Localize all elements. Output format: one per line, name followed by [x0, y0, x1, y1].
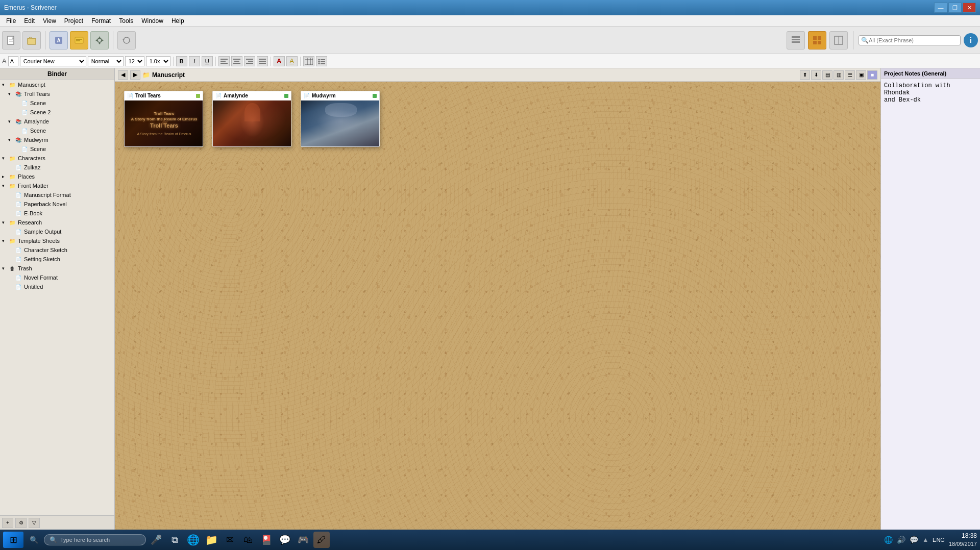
index-card-amalynde[interactable]: 📄 Amalynde: [212, 91, 291, 147]
view-ctrl-4[interactable]: ▥: [834, 70, 844, 80]
sidebar-item-template-sheets[interactable]: ▾ 📁 Template Sheets: [0, 236, 114, 245]
compile-button[interactable]: A: [50, 31, 68, 49]
binder-tree: ▾ 📁 Manuscript ▾ 📚 Troll Tears 📄 Scene 📄…: [0, 80, 114, 515]
view-mode-3-button[interactable]: [829, 31, 848, 49]
view-ctrl-6[interactable]: ▣: [856, 70, 866, 80]
settings-button[interactable]: [90, 31, 109, 49]
menu-window[interactable]: Window: [137, 16, 167, 26]
sync-button[interactable]: [117, 31, 136, 49]
menu-edit[interactable]: Edit: [20, 16, 39, 26]
sidebar-item-characters[interactable]: ▾ 📁 Characters: [0, 154, 114, 163]
paragraph-style-select[interactable]: Normal: [88, 56, 124, 66]
minimize-button[interactable]: —: [934, 3, 947, 13]
text-color-button[interactable]: A: [274, 56, 285, 66]
index-card-mudwyrm[interactable]: 📄 Mudwyrm: [301, 91, 380, 147]
font-size-select[interactable]: 12: [125, 56, 144, 66]
binder-settings-button[interactable]: ⚙: [15, 518, 27, 528]
sidebar-item-sample-output[interactable]: 📄 Sample Output: [0, 227, 114, 236]
menu-view[interactable]: View: [39, 16, 60, 26]
word-count-button[interactable]: [70, 31, 88, 49]
sidebar-item-scene-2[interactable]: 📄 Scene 2: [0, 108, 114, 117]
sidebar-item-novel-format[interactable]: 📄 Novel Format: [0, 273, 114, 282]
menu-file[interactable]: File: [2, 16, 20, 26]
taskbar-cortana-icon[interactable]: 🎤: [148, 532, 164, 548]
main-area: Binder ▾ 📁 Manuscript ▾ 📚 Troll Tears 📄 …: [0, 68, 980, 530]
sidebar-item-paperback-novel[interactable]: 📄 Paperback Novel: [0, 199, 114, 209]
start-button[interactable]: ⊞: [3, 532, 23, 548]
taskbar-clock[interactable]: 18:38 18/09/2017: [949, 532, 977, 548]
sidebar-item-scene-1[interactable]: 📄 Scene: [0, 98, 114, 108]
sidebar-item-mudwyrm[interactable]: ▾ 📚 Mudwyrm: [0, 135, 114, 144]
list-button[interactable]: [316, 56, 327, 66]
taskbar-task-view-icon[interactable]: ⧉: [166, 532, 183, 548]
binder-filter-button[interactable]: ▽: [29, 518, 40, 528]
justify-button[interactable]: [257, 56, 268, 66]
sidebar-item-troll-tears[interactable]: ▾ 📚 Troll Tears: [0, 89, 114, 98]
taskbar-skype-icon[interactable]: 💬: [277, 532, 293, 548]
amalynde-cover-art: [213, 101, 291, 146]
line-spacing-select[interactable]: 1.0x: [146, 56, 170, 66]
view-mode-2-button[interactable]: [808, 31, 826, 49]
sidebar-item-label: Setting Sketch: [24, 256, 60, 262]
sidebar-item-manuscript-format[interactable]: 📄 Manuscript Format: [0, 190, 114, 199]
sidebar-item-e-book[interactable]: 📄 E-Book: [0, 209, 114, 218]
view-ctrl-7[interactable]: ■: [867, 70, 877, 80]
taskbar-edge-icon[interactable]: 🌐: [185, 532, 201, 548]
menu-tools[interactable]: Tools: [115, 16, 137, 26]
view-ctrl-5[interactable]: ☰: [845, 70, 855, 80]
nav-back-button[interactable]: ◀: [118, 70, 128, 80]
search-input[interactable]: [869, 37, 950, 43]
view-ctrl-3[interactable]: ▤: [822, 70, 832, 80]
underline-button[interactable]: U: [202, 56, 213, 66]
view-ctrl-1[interactable]: ⬆: [800, 70, 810, 80]
open-project-button[interactable]: [22, 31, 41, 49]
view-ctrl-2[interactable]: ⬇: [811, 70, 821, 80]
sidebar-item-front-matter[interactable]: ▾ 📁 Front Matter: [0, 181, 114, 190]
align-center-button[interactable]: [231, 56, 242, 66]
sidebar-item-manuscript[interactable]: ▾ 📁 Manuscript: [0, 80, 114, 89]
bold-button[interactable]: B: [176, 56, 187, 66]
taskbar-action-center-icon[interactable]: 💬: [910, 536, 918, 544]
project-notes-content[interactable]: Collaboration with Rhondak and Bex-dk: [881, 79, 980, 530]
sidebar-item-character-sketch[interactable]: 📄 Character Sketch: [0, 245, 114, 255]
sidebar-item-trash[interactable]: ▾ 🗑 Trash: [0, 264, 114, 273]
highlight-button[interactable]: A: [286, 56, 298, 66]
sidebar-item-amalynde[interactable]: ▾ 📚 Amalynde: [0, 117, 114, 126]
taskbar-store-icon[interactable]: 🛍: [240, 532, 256, 548]
sidebar-item-untitled[interactable]: 📄 Untitled: [0, 282, 114, 291]
menu-format[interactable]: Format: [87, 16, 115, 26]
align-left-button[interactable]: [218, 56, 230, 66]
menu-project[interactable]: Project: [60, 16, 87, 26]
sidebar-item-research[interactable]: ▾ 📁 Research: [0, 218, 114, 227]
sidebar-item-scene-4[interactable]: 📄 Scene: [0, 144, 114, 154]
close-button[interactable]: ✕: [963, 3, 976, 13]
nav-forward-button[interactable]: ▶: [130, 70, 140, 80]
menu-help[interactable]: Help: [167, 16, 188, 26]
font-family-select[interactable]: Courier New: [20, 56, 86, 66]
taskbar-explorer-icon[interactable]: 📁: [203, 532, 219, 548]
format-font-size-mini[interactable]: [8, 56, 18, 66]
maximize-button[interactable]: ❐: [948, 3, 962, 13]
taskbar-speaker-icon[interactable]: 🔊: [897, 536, 905, 544]
taskbar-network-icon[interactable]: 🌐: [884, 536, 893, 544]
taskbar-mail-icon[interactable]: ✉: [222, 532, 238, 548]
taskbar-notifications-icon[interactable]: ▲: [922, 536, 928, 543]
binder-add-button[interactable]: +: [2, 518, 13, 528]
taskbar-search-box[interactable]: 🔍 Type here to search: [44, 534, 146, 545]
taskbar-app-icon[interactable]: 🎮: [295, 532, 311, 548]
info-button[interactable]: i: [964, 33, 978, 47]
svg-rect-16: [792, 41, 800, 43]
sidebar-item-places[interactable]: ▸ 📁 Places: [0, 172, 114, 181]
view-mode-1-button[interactable]: [787, 31, 805, 49]
sidebar-item-setting-sketch[interactable]: 📄 Setting Sketch: [0, 255, 114, 264]
table-button[interactable]: [303, 56, 314, 66]
sidebar-item-label: Trash: [18, 265, 32, 271]
taskbar-scrivener-icon[interactable]: 🖊: [313, 532, 330, 548]
sidebar-item-zulkaz[interactable]: 📄 Zulkaz: [0, 163, 114, 172]
new-document-button[interactable]: [2, 31, 20, 49]
sidebar-item-scene-3[interactable]: 📄 Scene: [0, 126, 114, 135]
index-card-troll-tears[interactable]: 📄 Troll Tears Troll Tears A Story from t…: [124, 91, 203, 147]
italic-button[interactable]: I: [189, 56, 200, 66]
align-right-button[interactable]: [244, 56, 255, 66]
taskbar-photos-icon[interactable]: 🎴: [258, 532, 275, 548]
